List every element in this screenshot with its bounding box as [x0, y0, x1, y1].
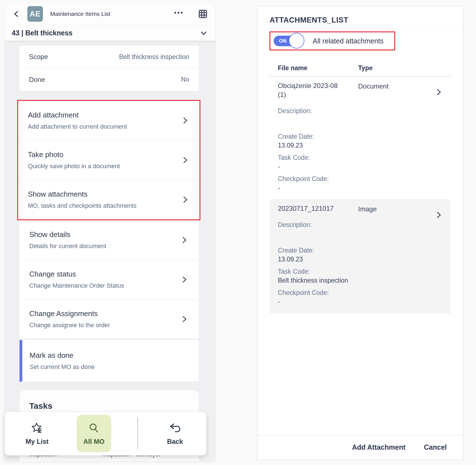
- dialog-footer: Add Attachment Cancel: [258, 435, 463, 459]
- attachment-type: Image: [358, 204, 377, 213]
- screenshot-stage: AE Maintenance Items List ••• 43 | Belt …: [0, 0, 476, 465]
- create-date-label: Create Date:: [278, 246, 431, 255]
- checkpoint-code-value: -: [278, 183, 431, 192]
- create-date-value: 13.09.23: [278, 255, 431, 264]
- checkpoint-code-value: -: [278, 297, 431, 306]
- chevron-right-icon: [182, 196, 189, 203]
- menu-item-title: Take photo: [28, 150, 180, 159]
- annotation-box-toggle: ON All related attachments: [269, 31, 395, 50]
- annotation-box-attachments: Add attachment Add attachment to current…: [17, 100, 200, 220]
- menu-group: Show details Details for current documen…: [20, 220, 199, 382]
- menu-item-description: Change assignee to the order: [29, 322, 179, 329]
- menu-item-description: Quickly save photo in a document: [28, 163, 180, 170]
- create-date-label: Create Date:: [278, 132, 431, 141]
- menu-item-change-assignments[interactable]: Change Assignments Change assignee to th…: [20, 299, 199, 339]
- menu-item-title: Show details: [29, 230, 179, 239]
- toggle-label: All related attachments: [313, 37, 383, 45]
- menu-item-description: Add attachment to current document: [28, 123, 180, 130]
- chevron-right-icon: [181, 276, 188, 283]
- table-header-row: File name Type: [269, 64, 451, 72]
- toggle-knob[interactable]: [289, 33, 304, 48]
- chevron-right-icon[interactable]: [435, 89, 443, 96]
- menu-item-description: MO, tasks and checkpoints attachments: [28, 202, 180, 209]
- menu-item-change-status[interactable]: Change status Change Maintenance Order S…: [20, 260, 199, 299]
- nav-my-list-label: My List: [26, 438, 49, 446]
- document-title: 43 | Belt thickness: [12, 29, 72, 37]
- menu-item-show-details[interactable]: Show details Details for current documen…: [20, 220, 199, 260]
- col-header-type: Type: [358, 64, 373, 72]
- menu-item-description: Details for current document: [29, 243, 179, 250]
- menu-item-mark-as-done[interactable]: Mark as done Set current MO as done: [20, 340, 199, 382]
- menu-item-description: Set current MO as done: [30, 363, 179, 371]
- description-label: Description:: [278, 106, 431, 115]
- done-label: Done: [29, 76, 45, 84]
- menu-content: Scope Belt thickness inspection Done No …: [4, 41, 215, 461]
- create-date-value: 13.09.23: [278, 141, 431, 150]
- add-attachment-button[interactable]: Add Attachment: [352, 443, 405, 451]
- menu-item-title: Mark as done: [30, 351, 179, 360]
- menu-item-title: Change status: [29, 270, 179, 278]
- attachment-type: Document: [358, 81, 388, 99]
- col-header-file-name: File name: [278, 64, 358, 72]
- description-value: [278, 229, 431, 243]
- menu-item-add-attachment[interactable]: Add attachment Add attachment to current…: [18, 101, 200, 140]
- chevron-right-icon: [182, 156, 189, 164]
- nav-back[interactable]: Back: [144, 422, 206, 446]
- nav-my-list[interactable]: My List: [5, 422, 69, 446]
- star-list-icon: [31, 422, 43, 434]
- app-header: AE Maintenance Items List •••: [4, 3, 215, 25]
- back-return-icon: [169, 422, 181, 434]
- chevron-down-icon[interactable]: [200, 29, 208, 37]
- tasks-heading: Tasks: [29, 401, 199, 411]
- checkpoint-code-label: Checkpoint Code:: [278, 288, 431, 297]
- chevron-right-icon: [181, 236, 188, 244]
- search-icon: [88, 422, 100, 434]
- nav-all-mo-label: All MO: [83, 438, 105, 446]
- chevron-right-icon: [181, 315, 188, 323]
- app-logo: AE: [27, 6, 43, 22]
- scope-value: Belt thickness inspection: [119, 53, 189, 61]
- task-code-value: -: [278, 162, 431, 171]
- back-chevron-icon[interactable]: [12, 10, 21, 18]
- menu-item-show-attachments[interactable]: Show attachments MO, tasks and checkpoin…: [18, 180, 200, 219]
- attachment-file-name: 20230717_121017: [278, 204, 358, 213]
- menu-item-title: Add attachment: [28, 111, 180, 119]
- cancel-button[interactable]: Cancel: [424, 443, 447, 451]
- app-title: Maintenance Items List: [50, 11, 110, 17]
- scope-row: Scope Belt thickness inspection: [20, 46, 199, 68]
- document-selector[interactable]: 43 | Belt thickness: [4, 25, 215, 41]
- bottom-nav-bar: My List All MO Back: [4, 412, 207, 456]
- nav-back-label: Back: [167, 438, 183, 446]
- task-code-value: Belt thickness inspection: [278, 276, 431, 285]
- attachments-title: ATTACHMENTS_LIST: [269, 16, 451, 25]
- menu-item-title: Show attachments: [28, 190, 180, 199]
- chevron-right-icon[interactable]: [435, 211, 443, 219]
- dialog-spacer: [269, 313, 451, 435]
- nav-all-mo[interactable]: All MO: [77, 415, 111, 452]
- attachment-row-image[interactable]: 20230717_121017 Image Description: Creat…: [269, 200, 451, 313]
- nav-divider: [137, 417, 138, 450]
- checkpoint-code-label: Checkpoint Code:: [278, 174, 431, 183]
- chevron-right-icon: [182, 117, 189, 124]
- title-divider: [258, 29, 463, 29]
- scope-label: Scope: [29, 53, 48, 61]
- maintenance-items-panel: AE Maintenance Items List ••• 43 | Belt …: [4, 3, 215, 461]
- description-value: [278, 115, 431, 129]
- toggle-state-label: ON: [279, 38, 286, 44]
- done-row: Done No: [20, 68, 199, 91]
- menu-item-title: Change Assignments: [29, 309, 179, 318]
- overflow-menu-icon[interactable]: •••: [174, 9, 184, 19]
- related-attachments-toggle[interactable]: ON: [274, 36, 302, 46]
- task-code-label: Task Code:: [278, 267, 431, 276]
- done-value: No: [181, 76, 189, 83]
- grid-menu-icon[interactable]: [198, 9, 207, 18]
- description-label: Description:: [278, 220, 431, 229]
- menu-item-take-photo[interactable]: Take photo Quickly save photo in a docum…: [18, 140, 200, 180]
- task-code-label: Task Code:: [278, 153, 431, 162]
- attachment-file-name: Obciążenie 2023-08 (1): [278, 81, 358, 99]
- menu-item-description: Change Maintenance Order Status: [29, 282, 179, 289]
- attachment-row-document[interactable]: Obciążenie 2023-08 (1) Document Descript…: [269, 77, 451, 199]
- attachments-list-dialog: ATTACHMENTS_LIST ON All related attachme…: [257, 6, 463, 460]
